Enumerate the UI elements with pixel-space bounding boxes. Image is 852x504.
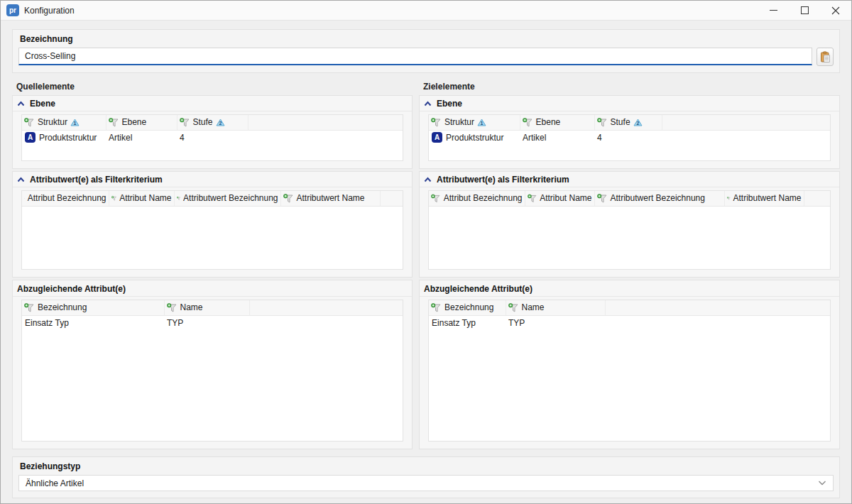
chevron-up-icon: [424, 101, 432, 106]
cell-ebene: Artikel: [520, 130, 594, 145]
cell-struktur: A Produktstruktur: [22, 130, 106, 145]
column-header-empty: [662, 115, 830, 130]
column-header-attribut-name[interactable]: Attribut Name: [109, 191, 174, 206]
column-header-ebene[interactable]: Ebene: [106, 115, 177, 130]
cell-stufe: 4: [594, 130, 662, 145]
app-icon: pr: [6, 4, 19, 16]
source-attributes-panel: Abzugleichende Attribut(e) Bezeichnung N…: [12, 280, 413, 449]
column-header-attributwert-bezeichnung[interactable]: Attributwert Bezeichnung: [174, 191, 280, 206]
cell-empty: [249, 315, 403, 330]
column-header-struktur[interactable]: Struktur 1: [429, 115, 520, 130]
cell-name: TYP: [164, 315, 249, 330]
column-header-attributwert-name[interactable]: Attributwert Name: [724, 191, 804, 206]
close-button[interactable]: [820, 1, 851, 20]
column-header-empty: [248, 115, 403, 130]
table-row[interactable]: A Produktstruktur Artikel 4: [429, 130, 830, 145]
target-filter-table: Attribut Bezeichnung Attribut Name Attri…: [428, 190, 831, 270]
sort-order-icon: 2: [633, 119, 643, 126]
column-header-attribut-bezeichnung[interactable]: Attribut Bezeichnung: [22, 191, 109, 206]
column-header-attributwert-name[interactable]: Attributwert Name: [280, 191, 380, 206]
svg-text:2: 2: [219, 121, 222, 126]
source-ebene-table: Struktur 1 Ebene Stufe 2: [21, 114, 403, 161]
cell-stufe: 4: [177, 130, 248, 145]
filter-funnel-icon: [24, 194, 25, 203]
svg-text:1: 1: [74, 121, 77, 126]
cell-empty: [248, 130, 403, 145]
maximize-icon: [801, 6, 809, 14]
column-header-stufe[interactable]: Stufe 2: [594, 115, 662, 130]
beziehungstyp-group: Beziehungstyp Ähnliche Artikel: [12, 456, 840, 498]
column-header-ebene[interactable]: Ebene: [520, 115, 594, 130]
cell-bezeichnung: Einsatz Typ: [429, 315, 506, 330]
beziehungstyp-label: Beziehungstyp: [20, 461, 834, 471]
chevron-up-icon: [17, 101, 25, 106]
target-filter-section-header[interactable]: Attributwert(e) als Filterkriterium: [420, 172, 839, 187]
filter-funnel-icon: [111, 194, 117, 203]
column-header-struktur[interactable]: Struktur 1: [22, 115, 106, 130]
target-attributes-table: Bezeichnung Name Einsatz Typ TYP: [428, 300, 831, 442]
cell-ebene: Artikel: [106, 130, 177, 145]
column-header-name[interactable]: Name: [506, 300, 605, 315]
filter-funnel-icon: [528, 194, 537, 203]
source-ebene-section-header[interactable]: Ebene: [13, 96, 412, 111]
table-row[interactable]: Einsatz Typ TYP: [429, 315, 830, 330]
target-attributes-label: Abzugleichende Attribut(e): [420, 280, 839, 297]
structure-type-icon: A: [432, 132, 442, 143]
filter-funnel-icon: [597, 118, 608, 127]
table-row[interactable]: Einsatz Typ TYP: [22, 315, 403, 330]
section-label: Attributwert(e) als Filterkriterium: [437, 175, 569, 185]
close-icon: [831, 6, 840, 15]
source-ebene-panel: Ebene Struktur 1 E: [12, 95, 413, 169]
filter-funnel-icon: [24, 118, 35, 127]
title-bar: pr Konfiguration: [1, 1, 851, 21]
filter-funnel-icon: [431, 118, 442, 127]
filter-funnel-icon: [597, 194, 608, 203]
filter-funnel-icon: [523, 118, 533, 127]
column-header-bezeichnung[interactable]: Bezeichnung: [22, 300, 164, 315]
source-attributes-table: Bezeichnung Name Einsatz Typ TYP: [21, 300, 403, 442]
target-ebene-panel: Ebene Struktur 1 E: [419, 95, 840, 169]
svg-text:1: 1: [481, 121, 484, 126]
source-column-title: Quellelemente: [16, 82, 413, 92]
filter-funnel-icon: [24, 303, 35, 312]
target-ebene-table: Struktur 1 Ebene Stufe 2: [428, 114, 831, 161]
source-filter-panel: Attributwert(e) als Filterkriterium Attr…: [12, 171, 413, 278]
structure-type-icon: A: [25, 132, 36, 143]
cell-struktur: A Produktstruktur: [429, 130, 520, 145]
column-header-bezeichnung[interactable]: Bezeichnung: [429, 300, 506, 315]
column-header-attribut-bezeichnung[interactable]: Attribut Bezeichnung: [429, 191, 525, 206]
source-filter-table: Attribut Bezeichnung Attribut Name Attri…: [21, 190, 403, 270]
column-header-empty: [380, 191, 403, 206]
column-header-empty: [605, 300, 830, 315]
target-attributes-panel: Abzugleichende Attribut(e) Bezeichnung N…: [419, 280, 840, 449]
column-header-name[interactable]: Name: [164, 300, 249, 315]
source-attributes-label: Abzugleichende Attribut(e): [13, 280, 412, 297]
source-filter-section-header[interactable]: Attributwert(e) als Filterkriterium: [13, 172, 412, 187]
paste-button[interactable]: [816, 48, 834, 66]
sort-order-icon: 1: [70, 119, 80, 126]
window-title: Konfiguration: [24, 6, 75, 16]
minimize-icon: [770, 6, 777, 14]
chevron-up-icon: [17, 177, 25, 182]
cell-bezeichnung: Einsatz Typ: [22, 315, 164, 330]
beziehungstyp-dropdown[interactable]: Ähnliche Artikel: [18, 475, 834, 491]
target-column: Zielelemente Ebene Struktur 1: [419, 80, 840, 451]
target-ebene-section-header[interactable]: Ebene: [420, 96, 839, 111]
maximize-button[interactable]: [789, 1, 820, 20]
svg-text:2: 2: [636, 121, 639, 126]
filter-funnel-icon: [177, 194, 181, 203]
bezeichnung-label: Bezeichnung: [20, 34, 834, 44]
bezeichnung-input[interactable]: [18, 48, 812, 65]
column-header-attributwert-bezeichnung[interactable]: Attributwert Bezeichnung: [594, 191, 724, 206]
section-label: Ebene: [437, 99, 462, 109]
sort-order-icon: 2: [216, 119, 225, 126]
minimize-button[interactable]: [758, 1, 789, 20]
table-row[interactable]: A Produktstruktur Artikel 4: [22, 130, 403, 145]
column-header-empty: [249, 300, 403, 315]
column-header-attribut-name[interactable]: Attribut Name: [525, 191, 594, 206]
column-header-empty: [804, 191, 830, 206]
filter-funnel-icon: [283, 194, 294, 203]
chevron-down-icon: [818, 481, 826, 486]
column-header-stufe[interactable]: Stufe 2: [177, 115, 248, 130]
target-filter-panel: Attributwert(e) als Filterkriterium Attr…: [419, 171, 840, 278]
